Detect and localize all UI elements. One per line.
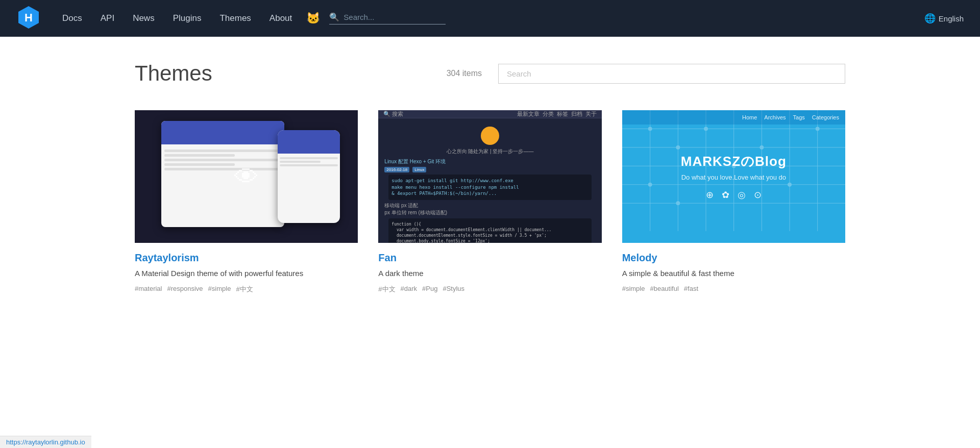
theme-tag: #Pug (422, 285, 437, 294)
melody-nav-home: Home (742, 114, 757, 120)
svg-point-20 (816, 127, 819, 131)
theme-desc-raytaylorism: A Material Design theme of with powerful… (135, 269, 358, 278)
page-title: Themes (135, 61, 212, 86)
language-label: English (939, 14, 964, 23)
logo-icon: H (16, 5, 41, 30)
theme-tags-fan: #中文 #dark #Pug #Stylus (378, 285, 601, 294)
theme-title-raytaylorism[interactable]: Raytaylorism (135, 252, 358, 264)
melody-topbar: Home Archives Tags Categories (622, 110, 845, 125)
nav-plugins[interactable]: Plugins (164, 0, 211, 37)
page-container: Themes 304 items (102, 37, 878, 318)
svg-text:H: H (24, 11, 33, 24)
svg-point-18 (760, 145, 763, 149)
svg-point-15 (676, 145, 679, 149)
theme-card-fan: 🔍 搜索 最新文章 分类 标签 归档 关于 心之所向 随处为家 | 坚持一步一步… (378, 110, 601, 294)
theme-tag: #material (135, 285, 162, 294)
svg-point-14 (648, 127, 652, 131)
nav-themes[interactable]: Themes (210, 0, 260, 37)
circuit-bg (622, 110, 845, 231)
nav-news[interactable]: News (124, 0, 164, 37)
globe-icon: 🌐 (924, 13, 936, 24)
github-icon: ⊕ (706, 189, 714, 201)
theme-tag: #simple (208, 285, 231, 294)
theme-preview-melody[interactable]: Home Archives Tags Categories MARKSZのBlo… (622, 110, 845, 243)
theme-tag: #中文 (378, 285, 395, 294)
melody-blog-title: MARKSZのBlog (681, 153, 787, 170)
svg-point-16 (704, 127, 707, 131)
fan-code-block-2: function (){ var width = document.docume… (388, 218, 591, 243)
svg-point-21 (648, 183, 652, 186)
fan-code-block: sudo apt-get install git http://www.conf… (388, 175, 591, 200)
melody-subtitle: Do what you love.Love what you do (681, 173, 786, 181)
theme-tag: #responsive (167, 285, 203, 294)
theme-tag: #dark (401, 285, 418, 294)
themes-search-input[interactable] (498, 64, 845, 84)
nav-api[interactable]: API (91, 0, 124, 37)
theme-title-fan[interactable]: Fan (378, 252, 601, 264)
theme-tags-raytaylorism: #material #responsive #simple #中文 (135, 285, 358, 294)
theme-tag: #fast (684, 285, 698, 292)
search-icon: 🔍 (329, 12, 339, 22)
theme-tag: #Stylus (443, 285, 464, 294)
theme-tag: #beautiful (650, 285, 678, 292)
navbar: H Docs API News Plugins Themes About 🐱 🔍… (0, 0, 980, 37)
themes-grid: 👁 Raytaylorism A Material Design theme o… (135, 110, 845, 294)
cat-icon[interactable]: 🐱 (301, 12, 325, 25)
items-count: 304 items (447, 69, 482, 78)
theme-desc-melody: A simple & beautiful & fast theme (622, 269, 845, 278)
nav-docs[interactable]: Docs (53, 0, 91, 37)
fan-avatar (481, 127, 499, 145)
nav-search-input[interactable] (344, 13, 446, 21)
melody-nav-tags: Tags (793, 114, 805, 120)
theme-tag: #simple (622, 285, 645, 292)
logo[interactable]: H (16, 5, 41, 32)
theme-card-melody: Home Archives Tags Categories MARKSZのBlo… (622, 110, 845, 294)
themes-header: Themes 304 items (135, 61, 845, 86)
nav-about[interactable]: About (260, 0, 301, 37)
language-selector[interactable]: 🌐 English (924, 13, 964, 24)
theme-preview-raytaylorism[interactable]: 👁 (135, 110, 358, 243)
eye-icon: 👁 (234, 163, 259, 191)
melody-nav-categories: Categories (812, 114, 839, 120)
nav-links: Docs API News Plugins Themes About 🐱 🔍 (53, 0, 924, 37)
nav-search-wrapper: 🔍 (329, 12, 446, 24)
fan-topbar: 🔍 搜索 最新文章 分类 标签 归档 关于 (378, 110, 601, 118)
melody-social-icons: ⊕ ✿ ◎ ⊙ (706, 189, 762, 201)
weibo-icon: ✿ (722, 189, 729, 201)
fan-content: Linux 配置 Hexo + Git 环境 2016-02-18 Linux … (378, 155, 601, 243)
theme-preview-fan[interactable]: 🔍 搜索 最新文章 分类 标签 归档 关于 心之所向 随处为家 | 坚持一步一步… (378, 110, 601, 243)
svg-point-22 (676, 202, 679, 205)
melody-nav-archives: Archives (764, 114, 786, 120)
rss-icon: ◎ (738, 189, 746, 201)
svg-point-19 (788, 183, 791, 186)
theme-title-melody[interactable]: Melody (622, 252, 845, 264)
search-icon: ⊙ (754, 189, 762, 201)
theme-tag: #中文 (236, 285, 253, 294)
theme-desc-fan: A dark theme (378, 269, 601, 278)
theme-card-raytaylorism: 👁 Raytaylorism A Material Design theme o… (135, 110, 358, 294)
theme-tags-melody: #simple #beautiful #fast (622, 285, 845, 292)
